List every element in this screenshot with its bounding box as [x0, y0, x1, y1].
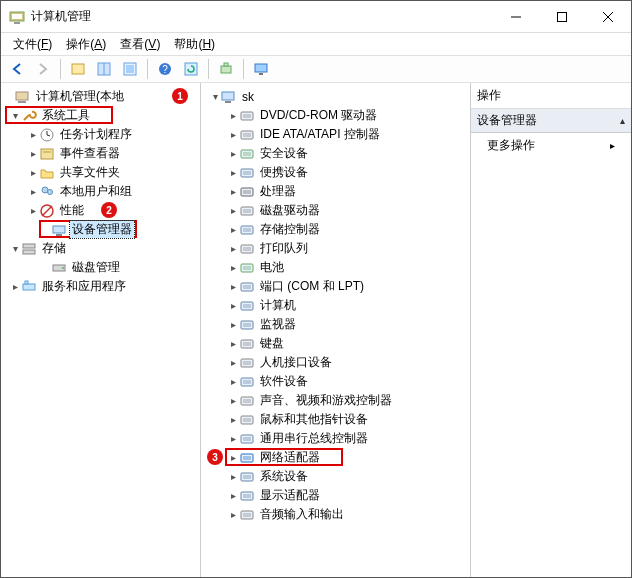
- tool-monitor-button[interactable]: [249, 57, 273, 81]
- device-category[interactable]: ▸电池: [203, 258, 468, 277]
- device-category[interactable]: ▸IDE ATA/ATAPI 控制器: [203, 125, 468, 144]
- tool-help-button[interactable]: ?: [153, 57, 177, 81]
- device-category[interactable]: ▸显示适配器: [203, 486, 468, 505]
- tool-scan-button[interactable]: [214, 57, 238, 81]
- device-root[interactable]: ▾ sk: [203, 87, 468, 106]
- users-icon: [39, 184, 55, 200]
- caret-right-icon[interactable]: ▸: [227, 471, 239, 482]
- caret-right-icon[interactable]: ▸: [227, 395, 239, 406]
- device-category[interactable]: ▸音频输入和输出: [203, 505, 468, 524]
- actions-more[interactable]: 更多操作 ▸: [471, 133, 631, 158]
- caret-right-icon[interactable]: ▸: [227, 300, 239, 311]
- caret-right-icon[interactable]: ▸: [27, 129, 39, 140]
- nav-back-button[interactable]: [5, 57, 29, 81]
- minimize-button[interactable]: [493, 1, 539, 33]
- caret-right-icon[interactable]: ▸: [27, 148, 39, 159]
- tree-local-users[interactable]: ▸ 本地用户和组: [3, 182, 198, 201]
- tree-label: 电池: [258, 259, 286, 276]
- caret-right-icon[interactable]: ▸: [227, 148, 239, 159]
- tree-label: 系统设备: [258, 468, 310, 485]
- caret-right-icon[interactable]: ▸: [227, 433, 239, 444]
- close-button[interactable]: [585, 1, 631, 33]
- svg-line-27: [42, 206, 52, 216]
- nav-forward-button[interactable]: [31, 57, 55, 81]
- caret-right-icon[interactable]: ▸: [27, 167, 39, 178]
- caret-right-icon[interactable]: ▸: [227, 490, 239, 501]
- device-category[interactable]: ▸网络适配器: [203, 448, 468, 467]
- device-category[interactable]: ▸通用串行总线控制器: [203, 429, 468, 448]
- device-category[interactable]: ▸磁盘驱动器: [203, 201, 468, 220]
- caret-right-icon[interactable]: ▸: [227, 376, 239, 387]
- caret-right-icon[interactable]: ▸: [227, 129, 239, 140]
- caret-right-icon[interactable]: ▸: [27, 205, 39, 216]
- caret-right-icon[interactable]: ▸: [227, 110, 239, 121]
- tree-device-manager[interactable]: 设备管理器: [3, 220, 198, 239]
- caret-right-icon[interactable]: ▸: [227, 357, 239, 368]
- svg-rect-36: [222, 92, 234, 100]
- tree-disk-management[interactable]: 磁盘管理: [3, 258, 198, 277]
- menu-view[interactable]: 查看(V): [114, 34, 166, 55]
- caret-right-icon[interactable]: ▸: [227, 509, 239, 520]
- svg-rect-28: [53, 226, 65, 233]
- tree-root[interactable]: 计算机管理(本地 1: [3, 87, 198, 106]
- caret-right-icon[interactable]: ▸: [227, 224, 239, 235]
- device-category[interactable]: ▸安全设备: [203, 144, 468, 163]
- caret-right-icon[interactable]: ▸: [227, 452, 239, 463]
- device-category[interactable]: ▸端口 (COM 和 LPT): [203, 277, 468, 296]
- tool-refresh-button[interactable]: [179, 57, 203, 81]
- category-icon: [239, 469, 255, 485]
- svg-rect-43: [243, 152, 251, 156]
- computer-icon: [221, 89, 237, 105]
- caret-right-icon[interactable]: ▸: [227, 281, 239, 292]
- caret-right-icon[interactable]: ▸: [27, 186, 39, 197]
- device-category[interactable]: ▸打印队列: [203, 239, 468, 258]
- tree-system-tools[interactable]: ▾ 系统工具: [3, 106, 198, 125]
- caret-right-icon[interactable]: ▸: [227, 243, 239, 254]
- caret-down-icon[interactable]: ▾: [209, 91, 221, 102]
- device-category[interactable]: ▸系统设备: [203, 467, 468, 486]
- device-category[interactable]: ▸存储控制器: [203, 220, 468, 239]
- caret-right-icon[interactable]: ▸: [227, 319, 239, 330]
- svg-rect-81: [243, 513, 251, 517]
- device-tree[interactable]: ▾ sk ▸DVD/CD-ROM 驱动器▸IDE ATA/ATAPI 控制器▸安…: [201, 83, 471, 577]
- tree-performance[interactable]: ▸ 性能 2: [3, 201, 198, 220]
- caret-right-icon[interactable]: ▸: [227, 414, 239, 425]
- tree-services-apps[interactable]: ▸ 服务和应用程序: [3, 277, 198, 296]
- caret-down-icon[interactable]: ▾: [9, 243, 21, 254]
- menu-file[interactable]: 文件(F): [7, 34, 58, 55]
- device-category[interactable]: ▸键盘: [203, 334, 468, 353]
- caret-right-icon[interactable]: ▸: [9, 281, 21, 292]
- caret-right-icon[interactable]: ▸: [227, 262, 239, 273]
- device-category[interactable]: ▸计算机: [203, 296, 468, 315]
- maximize-button[interactable]: [539, 1, 585, 33]
- tree-label: 通用串行总线控制器: [258, 430, 370, 447]
- caret-right-icon[interactable]: ▸: [227, 205, 239, 216]
- svg-rect-18: [259, 73, 263, 75]
- tree-storage[interactable]: ▾ 存储: [3, 239, 198, 258]
- caret-right-icon[interactable]: ▸: [227, 167, 239, 178]
- category-icon: [239, 298, 255, 314]
- svg-rect-59: [243, 304, 251, 308]
- device-category[interactable]: ▸人机接口设备: [203, 353, 468, 372]
- device-category[interactable]: ▸鼠标和其他指针设备: [203, 410, 468, 429]
- tree-event-viewer[interactable]: ▸ 事件查看器: [3, 144, 198, 163]
- device-category[interactable]: ▸便携设备: [203, 163, 468, 182]
- device-category[interactable]: ▸监视器: [203, 315, 468, 334]
- tool-properties-button[interactable]: [92, 57, 116, 81]
- menu-help[interactable]: 帮助(H): [168, 34, 221, 55]
- device-category[interactable]: ▸处理器: [203, 182, 468, 201]
- actions-section[interactable]: 设备管理器 ▴: [471, 109, 631, 133]
- left-tree[interactable]: 计算机管理(本地 1 ▾ 系统工具 ▸ 任务计划程序 ▸ 事件查看器: [1, 83, 201, 577]
- menu-action[interactable]: 操作(A): [60, 34, 112, 55]
- tool-show-hide-button[interactable]: [66, 57, 90, 81]
- tool-export-button[interactable]: [118, 57, 142, 81]
- caret-right-icon[interactable]: ▸: [227, 186, 239, 197]
- tree-label: 打印队列: [258, 240, 310, 257]
- caret-down-icon[interactable]: ▾: [9, 110, 21, 121]
- caret-right-icon[interactable]: ▸: [227, 338, 239, 349]
- device-category[interactable]: ▸DVD/CD-ROM 驱动器: [203, 106, 468, 125]
- device-category[interactable]: ▸声音、视频和游戏控制器: [203, 391, 468, 410]
- device-category[interactable]: ▸软件设备: [203, 372, 468, 391]
- tree-shared-folders[interactable]: ▸ 共享文件夹: [3, 163, 198, 182]
- tree-task-scheduler[interactable]: ▸ 任务计划程序: [3, 125, 198, 144]
